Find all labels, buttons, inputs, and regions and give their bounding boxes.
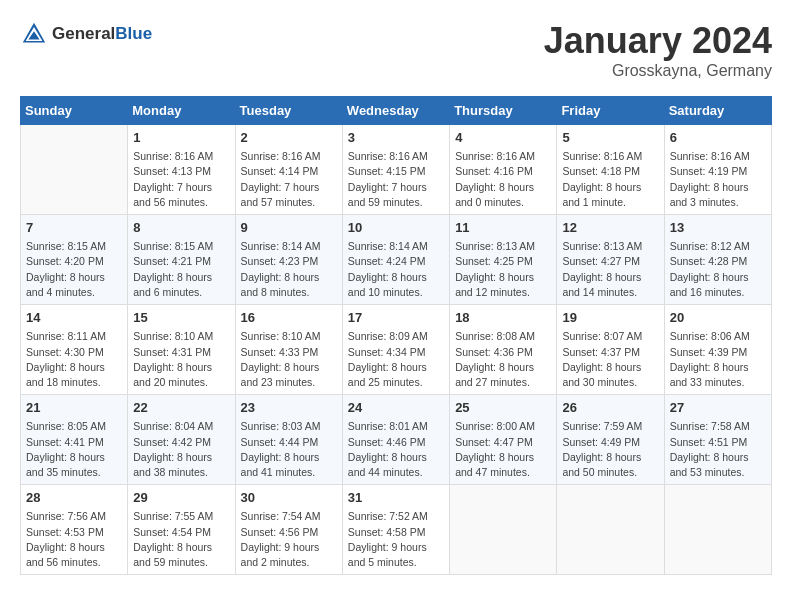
day-info: Sunrise: 8:16 AM Sunset: 4:18 PM Dayligh… <box>562 149 658 210</box>
day-number: 19 <box>562 309 658 327</box>
day-info: Sunrise: 8:12 AM Sunset: 4:28 PM Dayligh… <box>670 239 766 300</box>
day-info: Sunrise: 7:56 AM Sunset: 4:53 PM Dayligh… <box>26 509 122 570</box>
day-number: 12 <box>562 219 658 237</box>
day-info: Sunrise: 8:10 AM Sunset: 4:31 PM Dayligh… <box>133 329 229 390</box>
weekday-header-tuesday: Tuesday <box>235 97 342 125</box>
day-info: Sunrise: 8:08 AM Sunset: 4:36 PM Dayligh… <box>455 329 551 390</box>
title-block: January 2024 Grosskayna, Germany <box>544 20 772 80</box>
day-number: 30 <box>241 489 337 507</box>
day-info: Sunrise: 8:15 AM Sunset: 4:21 PM Dayligh… <box>133 239 229 300</box>
day-number: 5 <box>562 129 658 147</box>
calendar-cell: 17Sunrise: 8:09 AM Sunset: 4:34 PM Dayli… <box>342 305 449 395</box>
calendar-cell <box>450 485 557 575</box>
calendar-cell: 7Sunrise: 8:15 AM Sunset: 4:20 PM Daylig… <box>21 215 128 305</box>
day-info: Sunrise: 7:59 AM Sunset: 4:49 PM Dayligh… <box>562 419 658 480</box>
calendar-week-row: 21Sunrise: 8:05 AM Sunset: 4:41 PM Dayli… <box>21 395 772 485</box>
day-number: 3 <box>348 129 444 147</box>
day-number: 14 <box>26 309 122 327</box>
day-number: 21 <box>26 399 122 417</box>
day-number: 16 <box>241 309 337 327</box>
calendar-cell: 21Sunrise: 8:05 AM Sunset: 4:41 PM Dayli… <box>21 395 128 485</box>
day-info: Sunrise: 8:16 AM Sunset: 4:13 PM Dayligh… <box>133 149 229 210</box>
day-number: 1 <box>133 129 229 147</box>
calendar-cell: 20Sunrise: 8:06 AM Sunset: 4:39 PM Dayli… <box>664 305 771 395</box>
day-number: 28 <box>26 489 122 507</box>
day-number: 11 <box>455 219 551 237</box>
day-number: 26 <box>562 399 658 417</box>
calendar-cell: 6Sunrise: 8:16 AM Sunset: 4:19 PM Daylig… <box>664 125 771 215</box>
weekday-header-saturday: Saturday <box>664 97 771 125</box>
day-number: 29 <box>133 489 229 507</box>
calendar-cell: 25Sunrise: 8:00 AM Sunset: 4:47 PM Dayli… <box>450 395 557 485</box>
day-info: Sunrise: 7:54 AM Sunset: 4:56 PM Dayligh… <box>241 509 337 570</box>
calendar-cell: 4Sunrise: 8:16 AM Sunset: 4:16 PM Daylig… <box>450 125 557 215</box>
day-number: 9 <box>241 219 337 237</box>
day-info: Sunrise: 8:11 AM Sunset: 4:30 PM Dayligh… <box>26 329 122 390</box>
page-header: GeneralBlue January 2024 Grosskayna, Ger… <box>20 20 772 80</box>
day-number: 4 <box>455 129 551 147</box>
day-info: Sunrise: 8:16 AM Sunset: 4:16 PM Dayligh… <box>455 149 551 210</box>
calendar-cell <box>557 485 664 575</box>
calendar-cell: 30Sunrise: 7:54 AM Sunset: 4:56 PM Dayli… <box>235 485 342 575</box>
logo: GeneralBlue <box>20 20 152 48</box>
day-number: 8 <box>133 219 229 237</box>
calendar-cell: 19Sunrise: 8:07 AM Sunset: 4:37 PM Dayli… <box>557 305 664 395</box>
calendar-cell: 27Sunrise: 7:58 AM Sunset: 4:51 PM Dayli… <box>664 395 771 485</box>
day-number: 31 <box>348 489 444 507</box>
day-info: Sunrise: 8:06 AM Sunset: 4:39 PM Dayligh… <box>670 329 766 390</box>
day-info: Sunrise: 8:09 AM Sunset: 4:34 PM Dayligh… <box>348 329 444 390</box>
day-info: Sunrise: 8:05 AM Sunset: 4:41 PM Dayligh… <box>26 419 122 480</box>
calendar-cell: 15Sunrise: 8:10 AM Sunset: 4:31 PM Dayli… <box>128 305 235 395</box>
day-number: 20 <box>670 309 766 327</box>
day-info: Sunrise: 8:16 AM Sunset: 4:14 PM Dayligh… <box>241 149 337 210</box>
day-number: 25 <box>455 399 551 417</box>
day-info: Sunrise: 8:13 AM Sunset: 4:25 PM Dayligh… <box>455 239 551 300</box>
weekday-header-thursday: Thursday <box>450 97 557 125</box>
calendar-cell: 11Sunrise: 8:13 AM Sunset: 4:25 PM Dayli… <box>450 215 557 305</box>
calendar-week-row: 28Sunrise: 7:56 AM Sunset: 4:53 PM Dayli… <box>21 485 772 575</box>
day-number: 22 <box>133 399 229 417</box>
calendar-cell: 24Sunrise: 8:01 AM Sunset: 4:46 PM Dayli… <box>342 395 449 485</box>
calendar-cell: 16Sunrise: 8:10 AM Sunset: 4:33 PM Dayli… <box>235 305 342 395</box>
calendar-cell: 31Sunrise: 7:52 AM Sunset: 4:58 PM Dayli… <box>342 485 449 575</box>
day-number: 15 <box>133 309 229 327</box>
logo-icon <box>20 20 48 48</box>
day-number: 24 <box>348 399 444 417</box>
day-info: Sunrise: 8:15 AM Sunset: 4:20 PM Dayligh… <box>26 239 122 300</box>
calendar-cell <box>664 485 771 575</box>
day-number: 17 <box>348 309 444 327</box>
calendar-week-row: 1Sunrise: 8:16 AM Sunset: 4:13 PM Daylig… <box>21 125 772 215</box>
day-number: 23 <box>241 399 337 417</box>
calendar-cell: 2Sunrise: 8:16 AM Sunset: 4:14 PM Daylig… <box>235 125 342 215</box>
day-info: Sunrise: 8:03 AM Sunset: 4:44 PM Dayligh… <box>241 419 337 480</box>
calendar-cell: 28Sunrise: 7:56 AM Sunset: 4:53 PM Dayli… <box>21 485 128 575</box>
weekday-header-monday: Monday <box>128 97 235 125</box>
day-info: Sunrise: 7:52 AM Sunset: 4:58 PM Dayligh… <box>348 509 444 570</box>
calendar-cell: 10Sunrise: 8:14 AM Sunset: 4:24 PM Dayli… <box>342 215 449 305</box>
weekday-header-sunday: Sunday <box>21 97 128 125</box>
location-title: Grosskayna, Germany <box>544 62 772 80</box>
day-info: Sunrise: 7:55 AM Sunset: 4:54 PM Dayligh… <box>133 509 229 570</box>
logo-blue: Blue <box>115 24 152 43</box>
calendar-cell: 22Sunrise: 8:04 AM Sunset: 4:42 PM Dayli… <box>128 395 235 485</box>
day-info: Sunrise: 8:10 AM Sunset: 4:33 PM Dayligh… <box>241 329 337 390</box>
day-info: Sunrise: 8:13 AM Sunset: 4:27 PM Dayligh… <box>562 239 658 300</box>
calendar-cell <box>21 125 128 215</box>
day-number: 10 <box>348 219 444 237</box>
weekday-header-row: SundayMondayTuesdayWednesdayThursdayFrid… <box>21 97 772 125</box>
calendar-cell: 1Sunrise: 8:16 AM Sunset: 4:13 PM Daylig… <box>128 125 235 215</box>
calendar-table: SundayMondayTuesdayWednesdayThursdayFrid… <box>20 96 772 575</box>
day-number: 27 <box>670 399 766 417</box>
month-title: January 2024 <box>544 20 772 62</box>
calendar-cell: 9Sunrise: 8:14 AM Sunset: 4:23 PM Daylig… <box>235 215 342 305</box>
calendar-week-row: 14Sunrise: 8:11 AM Sunset: 4:30 PM Dayli… <box>21 305 772 395</box>
day-number: 6 <box>670 129 766 147</box>
calendar-cell: 18Sunrise: 8:08 AM Sunset: 4:36 PM Dayli… <box>450 305 557 395</box>
calendar-cell: 26Sunrise: 7:59 AM Sunset: 4:49 PM Dayli… <box>557 395 664 485</box>
calendar-cell: 8Sunrise: 8:15 AM Sunset: 4:21 PM Daylig… <box>128 215 235 305</box>
day-info: Sunrise: 8:00 AM Sunset: 4:47 PM Dayligh… <box>455 419 551 480</box>
day-number: 2 <box>241 129 337 147</box>
weekday-header-wednesday: Wednesday <box>342 97 449 125</box>
calendar-cell: 13Sunrise: 8:12 AM Sunset: 4:28 PM Dayli… <box>664 215 771 305</box>
calendar-week-row: 7Sunrise: 8:15 AM Sunset: 4:20 PM Daylig… <box>21 215 772 305</box>
